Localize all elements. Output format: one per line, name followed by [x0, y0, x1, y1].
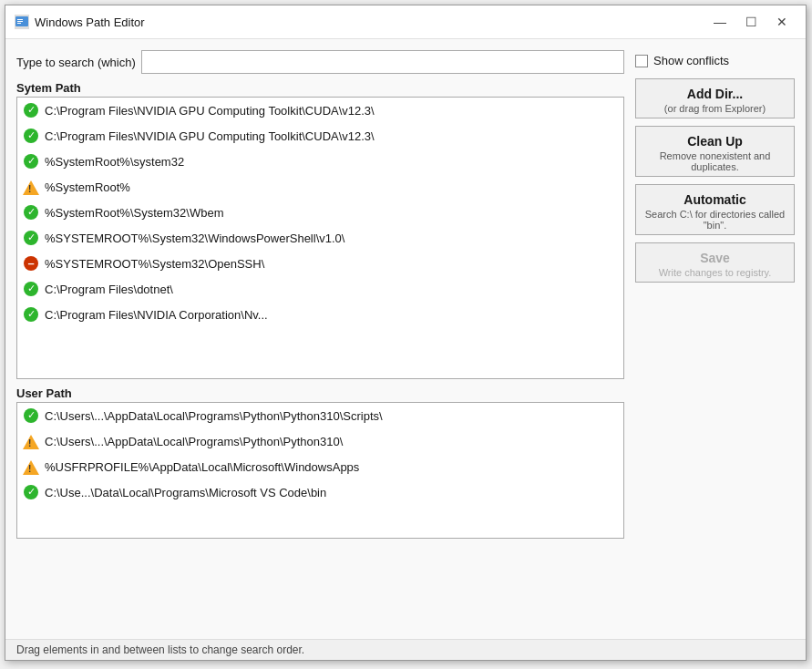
- system-path-label: Sytem Path: [16, 81, 624, 95]
- table-row[interactable]: C:\Program Files\dotnet\: [17, 276, 623, 302]
- show-conflicts-label: Show conflicts: [653, 54, 729, 67]
- table-row[interactable]: C:\Program Files\NVIDIA GPU Computing To…: [17, 123, 623, 149]
- path-text: C:\Program Files\NVIDIA GPU Computing To…: [45, 104, 375, 118]
- path-text: %SYSTEMROOT%\System32\WindowsPowerShell\…: [45, 232, 344, 245]
- add-dir-subtitle: (or drag from Explorer): [642, 103, 788, 114]
- automatic-button[interactable]: Automatic Search C:\ for directories cal…: [635, 184, 795, 235]
- table-row[interactable]: %SYSTEMROOT%\System32\WindowsPowerShell\…: [17, 225, 623, 251]
- minimize-button[interactable]: —: [705, 11, 735, 33]
- clean-up-subtitle: Remove nonexistent and duplicates.: [642, 150, 788, 172]
- table-row[interactable]: C:\Program Files\NVIDIA Corporation\Nv..…: [17, 302, 623, 327]
- svg-rect-2: [17, 21, 23, 22]
- user-path-label: User Path: [16, 386, 624, 400]
- user-path-container: C:\Users\...\AppData\Local\Programs\Pyth…: [16, 402, 624, 539]
- maximize-button[interactable]: ☐: [736, 11, 766, 33]
- table-row[interactable]: %USFRPROFILE%\AppData\Local\Microsoft\Wi…: [17, 454, 623, 479]
- main-window: Windows Path Editor — ☐ ✕ Type to search…: [5, 5, 807, 661]
- path-text: %SystemRoot%\system32: [45, 155, 184, 169]
- search-label: Type to search (which): [16, 56, 136, 69]
- user-path-list[interactable]: C:\Users\...\AppData\Local\Programs\Pyth…: [17, 403, 623, 538]
- close-button[interactable]: ✕: [767, 11, 797, 33]
- system-path-list[interactable]: C:\Program Files\NVIDIA GPU Computing To…: [17, 98, 623, 378]
- path-text: C:\Program Files\dotnet\: [45, 283, 173, 296]
- path-text: C:\Program Files\NVIDIA GPU Computing To…: [45, 129, 375, 143]
- window-title: Windows Path Editor: [35, 15, 705, 29]
- path-text: %SYSTEMROOT%\System32\OpenSSH\: [45, 257, 264, 271]
- search-input[interactable]: [141, 50, 624, 74]
- status-text: Drag elements in and between lists to ch…: [16, 643, 304, 656]
- titlebar-controls: — ☐ ✕: [705, 11, 797, 33]
- table-row[interactable]: %SYSTEMROOT%\System32\OpenSSH\: [17, 251, 623, 276]
- path-text: C:\Use...\Data\Local\Programs\Microsoft …: [45, 486, 326, 499]
- table-row[interactable]: %SystemRoot%: [17, 174, 623, 200]
- add-dir-button[interactable]: Add Dir... (or drag from Explorer): [635, 78, 795, 118]
- system-path-container: C:\Program Files\NVIDIA GPU Computing To…: [16, 97, 624, 379]
- path-text: C:\Program Files\NVIDIA Corporation\Nv..…: [45, 308, 268, 322]
- status-bar: Drag elements in and between lists to ch…: [5, 639, 806, 660]
- automatic-subtitle: Search C:\ for directories called "bin".: [642, 209, 788, 231]
- svg-rect-3: [17, 23, 21, 24]
- save-title: Save: [642, 251, 788, 265]
- table-row[interactable]: %SystemRoot%\System32\Wbem: [17, 200, 623, 225]
- path-text: C:\Users\...\AppData\Local\Programs\Pyth…: [45, 435, 343, 448]
- table-row[interactable]: C:\Users\...\AppData\Local\Programs\Pyth…: [17, 403, 623, 428]
- user-path-section: User Path C:\Users\...\AppData\Local\Pro…: [16, 386, 624, 539]
- show-conflicts-row: Show conflicts: [635, 54, 795, 67]
- app-icon: [15, 15, 29, 29]
- titlebar: Windows Path Editor — ☐ ✕: [5, 5, 806, 39]
- show-conflicts-checkbox[interactable]: [635, 55, 648, 67]
- clean-up-button[interactable]: Clean Up Remove nonexistent and duplicat…: [635, 126, 795, 177]
- system-path-section: Sytem Path C:\Program Files\NVIDIA GPU C…: [16, 81, 624, 379]
- path-text: %USFRPROFILE%\AppData\Local\Microsoft\Wi…: [45, 460, 359, 474]
- table-row[interactable]: %SystemRoot%\system32: [17, 149, 623, 174]
- add-dir-title: Add Dir...: [642, 87, 788, 101]
- right-panel: Show conflicts Add Dir... (or drag from …: [635, 50, 795, 628]
- table-row[interactable]: C:\Use...\Data\Local\Programs\Microsoft …: [17, 479, 623, 505]
- save-subtitle: Write changes to registry.: [642, 267, 788, 278]
- left-panel: Type to search (which) Sytem Path C:\Pro…: [16, 50, 624, 628]
- clean-up-title: Clean Up: [642, 134, 788, 149]
- path-text: %SystemRoot%: [45, 180, 130, 194]
- path-text: %SystemRoot%\System32\Wbem: [45, 206, 224, 220]
- save-button[interactable]: Save Write changes to registry.: [635, 242, 795, 283]
- search-row: Type to search (which): [16, 50, 624, 74]
- automatic-title: Automatic: [642, 192, 788, 207]
- main-content: Type to search (which) Sytem Path C:\Pro…: [5, 39, 806, 639]
- path-text: C:\Users\...\AppData\Local\Programs\Pyth…: [45, 409, 383, 423]
- svg-rect-1: [17, 19, 23, 20]
- table-row[interactable]: C:\Users\...\AppData\Local\Programs\Pyth…: [17, 428, 623, 454]
- table-row[interactable]: C:\Program Files\NVIDIA GPU Computing To…: [17, 98, 623, 123]
